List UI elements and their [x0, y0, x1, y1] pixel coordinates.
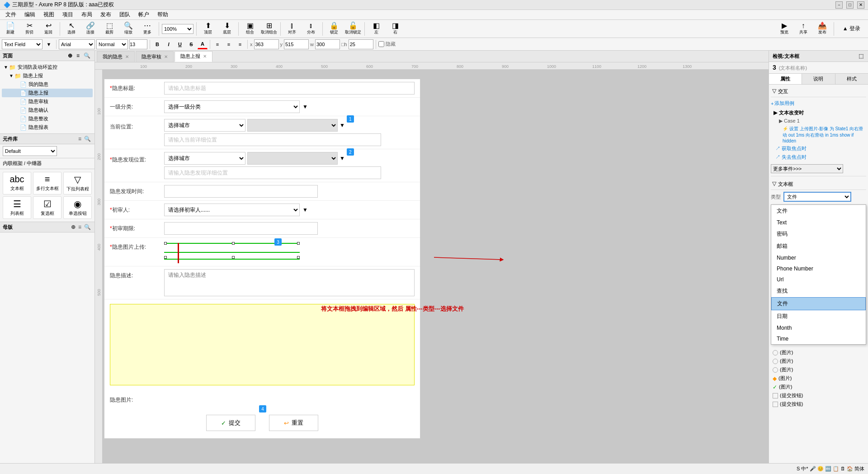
tab-page3[interactable]: 隐患审核 ✕: [136, 51, 174, 62]
hidden-checkbox[interactable]: [378, 41, 384, 47]
right-tab-style[interactable]: 样式: [835, 74, 868, 84]
tool-lock[interactable]: 🔒 锁定: [326, 21, 343, 37]
tool-back[interactable]: ↩ 返回: [40, 21, 57, 37]
event-case1[interactable]: ▶ Case 1: [772, 117, 865, 125]
maximize-btn[interactable]: □: [846, 1, 854, 9]
comp-textarea[interactable]: ≡ 多行文本框: [33, 172, 61, 194]
tool-connect[interactable]: 🔗 连接: [82, 21, 99, 37]
menu-layout[interactable]: 布局: [78, 10, 96, 19]
comp-textfield[interactable]: abc 文本框: [3, 172, 31, 194]
tool-zoom[interactable]: 🔍 缩放: [120, 21, 137, 37]
font-color-button[interactable]: A: [198, 39, 208, 49]
canvas-scroll[interactable]: 100 200 300 400 500 *隐患标题:: [95, 70, 769, 474]
tool-ungroup[interactable]: ⊞ 取消组合: [260, 21, 278, 37]
dropdown-item-time[interactable]: Time: [771, 333, 866, 344]
bold-button[interactable]: B: [152, 39, 162, 49]
font-size-input[interactable]: [129, 39, 147, 49]
tool-distribute[interactable]: ⫾ 分布: [302, 21, 320, 37]
event-focus[interactable]: ↗ 获取焦点时: [772, 144, 865, 153]
dropdown-item-phone[interactable]: Phone Number: [771, 263, 866, 274]
current-city-select[interactable]: 选择城市: [164, 119, 245, 132]
close-btn[interactable]: ✕: [857, 1, 864, 9]
font-style-select[interactable]: Normal: [96, 39, 128, 49]
event-text-change[interactable]: ▶ 文本改变时: [772, 109, 865, 117]
description-textarea[interactable]: [164, 269, 415, 296]
minimize-btn[interactable]: －: [835, 1, 843, 9]
tree-item-page5[interactable]: 📄 隐患整改: [2, 114, 93, 123]
master-search-icon[interactable]: 🔍: [83, 223, 92, 231]
tool-top[interactable]: ⬆ 顶层: [199, 21, 217, 37]
found-detail-input[interactable]: [164, 166, 381, 179]
reviewer-select[interactable]: 请选择初审人......: [164, 204, 300, 216]
tool-left[interactable]: ◧ 左: [368, 21, 385, 37]
dropdown-item-url[interactable]: Url: [771, 274, 866, 285]
deadline-input[interactable]: [164, 222, 318, 235]
dropdown-item-number[interactable]: Number: [771, 252, 866, 263]
dropdown-item-text[interactable]: Text: [771, 217, 866, 228]
page-add-icon[interactable]: ⊕: [66, 52, 74, 59]
widget-type-select[interactable]: Text Field: [2, 39, 42, 49]
dropdown-item-file-top[interactable]: 文件: [771, 205, 866, 217]
h-input[interactable]: [349, 39, 373, 49]
x-input[interactable]: [254, 39, 279, 49]
dropdown-item-email[interactable]: 邮箱: [771, 240, 866, 252]
dropdown-item-file-selected[interactable]: 文件: [771, 297, 866, 310]
tool-align[interactable]: ⫿ 对齐: [283, 21, 301, 37]
menu-project[interactable]: 项目: [59, 10, 77, 19]
dropdown-item-month[interactable]: Month: [771, 322, 866, 333]
current-detail-select[interactable]: [247, 119, 338, 132]
italic-button[interactable]: I: [164, 39, 174, 49]
w-input[interactable]: [315, 39, 340, 49]
tree-item-page4[interactable]: 📄 隐患确认: [2, 106, 93, 114]
menu-edit[interactable]: 编辑: [21, 10, 39, 19]
tree-item-root[interactable]: ▼ 📁 安消防及动环监控: [2, 63, 93, 71]
tab-page2[interactable]: 隐患上报 ✕: [175, 51, 212, 62]
zoom-select[interactable]: 100% 75% 50% 150%: [162, 24, 193, 34]
more-events-select[interactable]: 更多事件>>>: [771, 164, 843, 173]
dropdown-item-password[interactable]: 密码: [771, 228, 866, 240]
tool-unlock[interactable]: 🔓 取消锁定: [344, 21, 362, 37]
comp-radio[interactable]: ◉ 单选按钮: [63, 196, 92, 219]
widget-type-icon-btn[interactable]: ▼: [44, 39, 54, 49]
align-right-button[interactable]: ≡: [235, 39, 245, 49]
align-center-button[interactable]: ≡: [224, 39, 234, 49]
lib-select[interactable]: Default: [3, 146, 57, 156]
tool-select[interactable]: ↖ 选择: [63, 21, 80, 37]
menu-help[interactable]: 帮助: [154, 10, 172, 19]
right-panel-expand-icon[interactable]: ⬚: [858, 52, 864, 60]
type-dropdown[interactable]: 文件 Text 密码: [783, 192, 851, 202]
right-tab-properties[interactable]: 属性: [769, 74, 802, 84]
tool-preview[interactable]: ▶ 预览: [776, 21, 793, 37]
current-detail-input[interactable]: [164, 133, 381, 146]
tab-close-2[interactable]: ✕: [203, 54, 207, 59]
dropdown-item-search[interactable]: 查找: [771, 285, 866, 297]
right-tab-notes[interactable]: 说明: [802, 74, 835, 84]
menu-publish[interactable]: 发布: [97, 10, 115, 19]
menu-file[interactable]: 文件: [2, 10, 20, 19]
tool-cut[interactable]: ✂ 剪切: [21, 21, 38, 37]
tool-publish[interactable]: 📤 发布: [814, 21, 831, 37]
tab-close-3[interactable]: ✕: [164, 54, 168, 59]
tool-share[interactable]: ↑ 共享: [795, 21, 812, 37]
menu-account[interactable]: 帐户: [135, 10, 153, 19]
page-menu-icon[interactable]: ≡: [75, 52, 81, 59]
tree-item-page2[interactable]: 📄 隐患上报: [2, 89, 93, 97]
tool-bottom[interactable]: ⬇ 底层: [218, 21, 236, 37]
tree-item-folder[interactable]: ▼ 📁 隐患上报: [2, 71, 93, 80]
tool-new[interactable]: 📄 新建: [2, 21, 19, 37]
tab-close-1[interactable]: ✕: [125, 54, 129, 59]
login-button[interactable]: ▲ 登录: [837, 23, 866, 35]
menu-view[interactable]: 视图: [40, 10, 58, 19]
submit-button[interactable]: ✓ 提交: [206, 415, 255, 431]
menu-team[interactable]: 团队: [116, 10, 134, 19]
page-search-icon[interactable]: 🔍: [82, 52, 92, 59]
master-add-icon[interactable]: ⊕: [70, 223, 76, 231]
tree-item-page1[interactable]: 📄 我的隐患: [2, 80, 93, 89]
add-case-link[interactable]: + 添加用例: [771, 99, 866, 108]
tool-group[interactable]: ▣ 组合: [241, 21, 259, 37]
found-detail-select[interactable]: [247, 152, 338, 165]
comp-dropdown[interactable]: ▽ 下拉列表程: [63, 172, 92, 194]
comp-checkbox[interactable]: ☑ 复选框: [33, 196, 61, 219]
master-menu-icon[interactable]: ≡: [77, 223, 82, 231]
align-left-button[interactable]: ≡: [212, 39, 222, 49]
